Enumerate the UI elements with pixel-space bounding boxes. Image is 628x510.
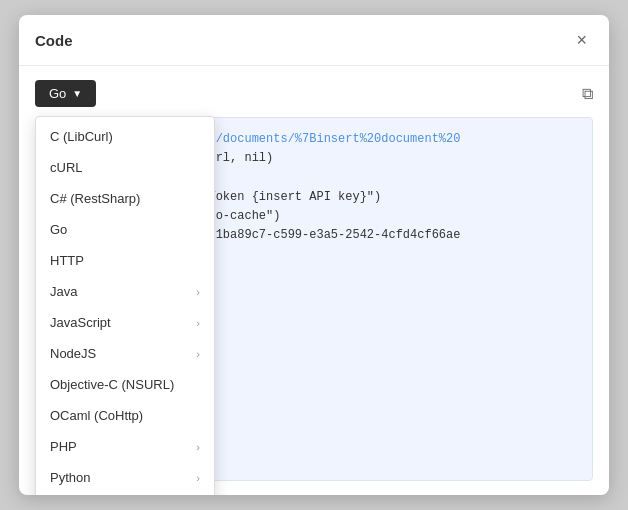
dropdown-item-label: Objective-C (NSURL) [50, 377, 174, 392]
dropdown-item-label: Python [50, 470, 90, 485]
dropdown-item[interactable]: C (LibCurl) [36, 121, 214, 152]
go-button-label: Go [49, 86, 66, 101]
dropdown-item[interactable]: PHP› [36, 431, 214, 462]
submenu-arrow-icon: › [196, 286, 200, 298]
modal-body: Go ▼ ⧉ C (LibCurl)cURLC# (RestSharp)GoHT… [19, 66, 609, 495]
toolbar: Go ▼ ⧉ [35, 80, 593, 107]
dropdown-item[interactable]: Python› [36, 462, 214, 493]
dropdown-item[interactable]: Objective-C (NSURL) [36, 369, 214, 400]
dropdown-item-label: cURL [50, 160, 83, 175]
dropdown-item-label: C# (RestSharp) [50, 191, 140, 206]
dropdown-item[interactable]: Go [36, 214, 214, 245]
dropdown-item-label: Go [50, 222, 67, 237]
dropdown-item-label: PHP [50, 439, 77, 454]
dropdown-item[interactable]: cURL [36, 152, 214, 183]
modal: Code × Go ▼ ⧉ C (LibCurl)cURLC# (RestSha… [19, 15, 609, 495]
dropdown-item-label: C (LibCurl) [50, 129, 113, 144]
go-language-button[interactable]: Go ▼ [35, 80, 96, 107]
dropdown-item-label: JavaScript [50, 315, 111, 330]
dropdown-item[interactable]: Ruby› [36, 493, 214, 495]
submenu-arrow-icon: › [196, 348, 200, 360]
dropdown-item-label: Java [50, 284, 77, 299]
modal-title: Code [35, 32, 73, 49]
dropdown-item-label: OCaml (CoHttp) [50, 408, 143, 423]
copy-icon[interactable]: ⧉ [582, 85, 593, 103]
dropdown-item[interactable]: C# (RestSharp) [36, 183, 214, 214]
submenu-arrow-icon: › [196, 441, 200, 453]
dropdown-item[interactable]: Java› [36, 276, 214, 307]
chevron-down-icon: ▼ [72, 88, 82, 99]
submenu-arrow-icon: › [196, 317, 200, 329]
dropdown-item[interactable]: OCaml (CoHttp) [36, 400, 214, 431]
dropdown-item[interactable]: NodeJS› [36, 338, 214, 369]
dropdown-item-label: HTTP [50, 253, 84, 268]
dropdown-item[interactable]: HTTP [36, 245, 214, 276]
dropdown-item[interactable]: JavaScript› [36, 307, 214, 338]
modal-header: Code × [19, 15, 609, 66]
dropdown-item-label: NodeJS [50, 346, 96, 361]
submenu-arrow-icon: › [196, 472, 200, 484]
close-button[interactable]: × [570, 29, 593, 51]
language-dropdown: C (LibCurl)cURLC# (RestSharp)GoHTTPJava›… [35, 116, 215, 495]
